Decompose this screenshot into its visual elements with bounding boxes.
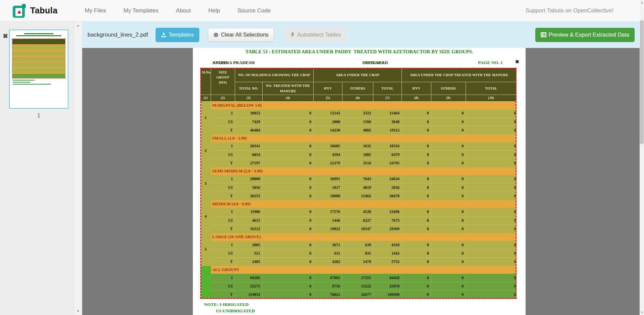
data-cell: 26555 xyxy=(235,192,262,200)
data-cell: 0 xyxy=(431,216,466,225)
data-cell: 0 xyxy=(402,192,431,200)
scrollbar-up-icon[interactable]: ▲ xyxy=(640,1,644,4)
data-cell: 94185 xyxy=(235,274,262,282)
data-cell: 0 xyxy=(402,183,431,192)
nav-item-my-templates[interactable]: My Templates xyxy=(115,7,167,14)
nav-item-my-files[interactable]: My Files xyxy=(76,7,115,14)
data-cell: 639 xyxy=(342,241,373,249)
data-cell: 27197 xyxy=(235,159,262,167)
data-cell: 0 xyxy=(402,274,431,282)
table-selection[interactable]: Sl.NoSIZE GROUP (HA)NO. OF HOLDINGS GROW… xyxy=(200,68,517,299)
table-row: T265550180081246230470000 xyxy=(201,192,517,200)
data-cell: 0 xyxy=(402,118,431,126)
thumb-title-line xyxy=(24,33,53,34)
data-cell: 4615 xyxy=(235,216,262,225)
data-cell: 0 xyxy=(262,175,314,183)
tabula-logo-icon xyxy=(13,4,27,18)
data-cell: 4882 xyxy=(342,126,373,135)
slno-cell: 1 xyxy=(201,102,211,135)
data-cell: 0 xyxy=(402,126,431,135)
table-column-number: (6) xyxy=(342,95,373,102)
data-cell: 0 xyxy=(466,241,517,249)
data-cell: 24795 xyxy=(373,159,402,167)
export-button[interactable]: Preview & Export Extracted Data xyxy=(535,28,635,42)
data-cell: 0 xyxy=(402,216,431,225)
nav-item-help[interactable]: Help xyxy=(200,7,229,14)
row-label-cell: UI xyxy=(211,118,235,126)
slno-cell: 5 xyxy=(201,233,211,266)
data-cell: 17355 xyxy=(342,274,373,282)
page-thumbnail[interactable] xyxy=(9,30,68,109)
table-row: I941850670651735584420000 xyxy=(201,274,517,282)
scroll-up-icon[interactable]: ▲ xyxy=(75,23,82,27)
data-cell: 0 xyxy=(402,225,431,233)
group-band-row: 5LARGE (10 AND ABOVE) xyxy=(201,233,517,241)
data-cell: 0 xyxy=(402,142,431,151)
document-viewport[interactable]: TABLE 5J : ESTIMATED AREA UNDER PADDY TR… xyxy=(82,48,640,315)
row-label-cell: I xyxy=(211,274,235,282)
close-page-icon[interactable]: ✖ xyxy=(3,32,8,40)
filename-label: background_lines_2.pdf xyxy=(88,32,148,38)
data-cell: 0 xyxy=(262,151,314,159)
row-label-cell: UI xyxy=(211,183,235,192)
nav-item-source-code[interactable]: Source Code xyxy=(229,7,279,14)
data-cell: 0 xyxy=(402,258,431,266)
scroll-down-icon[interactable]: ▼ xyxy=(75,309,82,313)
data-cell: 0 xyxy=(466,225,517,233)
row-label-cell: UI xyxy=(211,151,235,159)
row-label-cell: I xyxy=(211,109,235,118)
data-cell: 7643 xyxy=(342,175,373,183)
data-cell: 30470 xyxy=(373,192,402,200)
data-cell: 0 xyxy=(402,291,431,299)
data-cell: 0 xyxy=(466,208,517,216)
table-column-number: (8) xyxy=(402,95,431,102)
data-cell: 20800 xyxy=(235,175,262,183)
group-band-label: ALL GROUPS xyxy=(211,266,517,274)
delete-selection-icon[interactable]: ✖ xyxy=(515,59,519,64)
scrollbar-thumb[interactable] xyxy=(640,20,644,144)
table-subheader-cell: HYV xyxy=(402,82,431,95)
nav-menu: My FilesMy TemplatesAboutHelpSource Code xyxy=(76,7,279,14)
table-row: UI52106118311442000 xyxy=(201,249,517,258)
data-cell: 0 xyxy=(262,159,314,167)
group-band-row: 4MEDIUM (4.0 - 9.99) xyxy=(201,200,517,208)
templates-button[interactable]: Templates xyxy=(156,28,199,42)
data-cell: 9756 xyxy=(314,282,342,291)
data-cell: 0 xyxy=(402,109,431,118)
table-subheader-cell: OTHERS xyxy=(342,82,373,95)
nav-item-about[interactable]: About xyxy=(167,7,200,14)
data-cell: 0 xyxy=(431,291,466,299)
data-cell: 0 xyxy=(402,159,431,167)
table-row: I39053012142332215464000 xyxy=(201,109,517,118)
table-subheader-cell: TOTAL xyxy=(466,82,517,95)
data-cell: 0 xyxy=(466,142,517,151)
data-cell: 0 xyxy=(262,225,314,233)
browser-scrollbar[interactable]: ▲ ▼ xyxy=(640,0,644,315)
data-cell: 12462 xyxy=(342,192,373,200)
data-cell: 0 xyxy=(262,216,314,225)
table-header-cell: Sl.No xyxy=(201,68,211,95)
clear-selections-button[interactable]: ⊗ Clear All Selections xyxy=(208,28,274,42)
data-cell: 1560 xyxy=(342,118,373,126)
sidebar-scrollbar[interactable]: ▲ ▼ xyxy=(75,21,82,315)
data-cell: 1470 xyxy=(342,258,373,266)
support-link[interactable]: Support Tabula on OpenCollective! xyxy=(526,7,613,14)
table-row: UI68540459418856479000 xyxy=(201,151,517,159)
data-cell: 2088 xyxy=(314,118,342,126)
group-band-label: SEMI-MEDIUM (2.0 - 3.99) xyxy=(211,167,517,175)
data-cell: 0 xyxy=(402,241,431,249)
data-cell: 16991 xyxy=(314,175,342,183)
brand-title[interactable]: Tabula xyxy=(30,6,58,15)
data-cell: 119033 xyxy=(235,291,262,299)
scrollbar-down-icon[interactable]: ▼ xyxy=(640,311,644,314)
data-cell: 4310 xyxy=(373,241,402,249)
data-cell: 0 xyxy=(466,109,517,118)
slno-cell xyxy=(201,266,211,299)
data-cell: 18008 xyxy=(314,192,342,200)
data-cell: 0 xyxy=(262,192,314,200)
brand[interactable]: Tabula xyxy=(13,4,58,18)
pdf-page[interactable]: TABLE 5J : ESTIMATED AREA UNDER PADDY TR… xyxy=(193,48,526,315)
data-cell: 0 xyxy=(431,282,466,291)
autodetect-tables-button[interactable]: Autodetect Tables xyxy=(285,28,346,42)
data-cell: 0 xyxy=(466,274,517,282)
